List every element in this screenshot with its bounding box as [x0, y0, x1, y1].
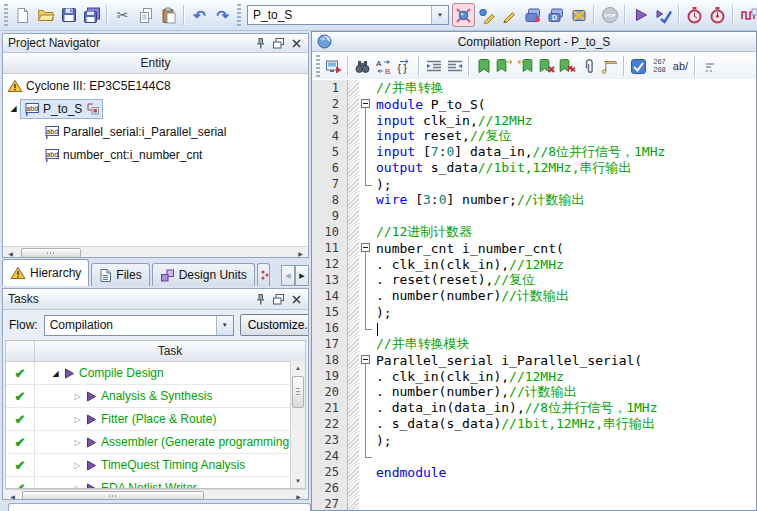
tcl-script-button[interactable] — [599, 55, 620, 77]
float-icon[interactable] — [271, 36, 285, 50]
assignment-editor-button[interactable] — [475, 3, 498, 27]
bookmark-clear-button[interactable] — [536, 55, 557, 77]
toolbar-grip[interactable] — [316, 55, 320, 77]
spell-check-button[interactable] — [628, 55, 649, 77]
ab-marker-button[interactable]: ab/ — [670, 55, 691, 77]
save-button[interactable] — [57, 3, 80, 27]
save-all-button[interactable] — [80, 3, 103, 27]
find-button[interactable] — [352, 55, 373, 77]
waveform-1-button[interactable] — [737, 3, 757, 27]
project-navigator-hscrollbar[interactable]: ◀ ▶ — [3, 246, 308, 258]
code-line[interactable]: 23); — [312, 432, 756, 448]
code-line[interactable]: 2module P_to_S( — [312, 96, 756, 112]
fold-toggle-icon[interactable] — [359, 352, 374, 368]
code-line[interactable]: 25endmodule — [312, 464, 756, 480]
code-line[interactable]: 15); — [312, 304, 756, 320]
timing-analyzer-button[interactable] — [706, 3, 729, 27]
code-line[interactable]: 26 — [312, 480, 756, 496]
tab-hierarchy[interactable]: Hierarchy — [2, 259, 89, 286]
task-row[interactable]: ✔◢Compile Design — [6, 362, 305, 385]
task-table-vscrollbar[interactable]: ▲ ▼ — [290, 361, 305, 488]
task-expander-icon[interactable]: ▷ — [71, 415, 84, 424]
bookmark-clear-all-button[interactable] — [557, 55, 578, 77]
fold-toggle-icon[interactable] — [359, 96, 374, 112]
tab-overflow-partial[interactable] — [257, 263, 270, 286]
code-line[interactable]: 20. number(number),//计数输出 — [312, 384, 756, 400]
cut-button[interactable]: ✂ — [111, 3, 134, 27]
pin-icon[interactable] — [253, 36, 267, 50]
task-table-hscrollbar[interactable]: ◀ ▶ — [5, 489, 306, 500]
outdent-button[interactable] — [444, 55, 465, 77]
device-stack-button[interactable] — [521, 3, 544, 27]
scrollbar-thumb[interactable] — [22, 491, 204, 500]
scrollbar-thumb[interactable] — [21, 248, 81, 258]
match-brace-button[interactable]: { } — [394, 55, 415, 77]
code-line[interactable]: 9 — [312, 208, 756, 224]
scroll-up-icon[interactable]: ▲ — [291, 361, 305, 375]
customize-button[interactable]: Customize... — [240, 314, 309, 336]
code-line[interactable]: 24 — [312, 448, 756, 464]
redo-button[interactable]: ↷ — [211, 3, 234, 27]
code-line[interactable]: 1//并串转换 — [312, 80, 756, 96]
scroll-left-icon[interactable]: ◀ — [5, 490, 20, 500]
copy-button[interactable] — [134, 3, 157, 27]
current-entity-combobox[interactable]: P_to_S ▼ — [247, 5, 449, 25]
code-line[interactable]: 4input reset,//复位 — [312, 128, 756, 144]
code-line[interactable]: 21. data_in(data_in),//8位并行信号，1MHz — [312, 400, 756, 416]
analysis-elaboration-button[interactable] — [452, 3, 475, 27]
attach-button[interactable] — [578, 55, 599, 77]
scroll-right-icon[interactable]: ▶ — [291, 490, 306, 500]
task-expander-icon[interactable]: ▷ — [71, 484, 84, 490]
task-expander-icon[interactable]: ▷ — [71, 392, 84, 401]
code-line[interactable]: 7); — [312, 176, 756, 192]
code-line[interactable]: 13. reset(reset),//复位 — [312, 272, 756, 288]
close-icon[interactable] — [289, 292, 303, 306]
combo-dropdown-icon[interactable]: ▼ — [431, 6, 448, 24]
combo-dropdown-icon[interactable]: ▼ — [216, 316, 233, 335]
code-editor[interactable]: 1//并串转换2module P_to_S(3input clk_in,//12… — [312, 79, 756, 510]
start-compilation-button[interactable] — [629, 3, 652, 27]
code-line[interactable]: 18Parallel_serial i_Parallel_serial( — [312, 352, 756, 368]
toolbar-grip[interactable] — [4, 4, 8, 26]
tab-scroll-left-button[interactable]: ◀ — [281, 265, 295, 286]
bookmark-next-button[interactable] — [494, 55, 515, 77]
code-line[interactable]: 11number_cnt i_number_cnt( — [312, 240, 756, 256]
scroll-down-icon[interactable]: ▼ — [291, 474, 305, 488]
device-stack-d-button[interactable]: D — [544, 3, 567, 27]
new-file-button[interactable] — [11, 3, 34, 27]
bookmark-prev-button[interactable] — [515, 55, 536, 77]
tab-files[interactable]: Files — [91, 263, 149, 286]
task-row[interactable]: ✔▷EDA Netlist Writer — [6, 477, 305, 489]
task-expander-icon[interactable]: ▷ — [71, 461, 84, 470]
float-icon[interactable] — [271, 292, 285, 306]
bookmark-toggle-button[interactable] — [473, 55, 494, 77]
fold-toggle-icon[interactable] — [359, 240, 374, 256]
tree-item[interactable]: ◢abdP_to_S — [3, 97, 308, 120]
start-analysis-button[interactable] — [652, 3, 675, 27]
partial-button[interactable] — [699, 55, 720, 77]
undo-button[interactable]: ↶ — [188, 3, 211, 27]
scroll-right-icon[interactable]: ▶ — [293, 247, 308, 258]
task-row[interactable]: ✔▷Fitter (Place & Route) — [6, 408, 305, 431]
pin-icon[interactable] — [253, 292, 267, 306]
replace-button[interactable]: AB — [373, 55, 394, 77]
flow-combobox[interactable]: Compilation ▼ — [44, 315, 234, 336]
line-count-button[interactable]: 267268 — [649, 55, 670, 77]
toolbar-grip[interactable] — [237, 4, 241, 26]
code-line[interactable]: 17//并串转换模块 — [312, 336, 756, 352]
tree-item[interactable]: abdnumber_cnt:i_number_cnt — [3, 143, 308, 166]
task-row[interactable]: ✔▷TimeQuest Timing Analysis — [6, 454, 305, 477]
open-file-button[interactable] — [34, 3, 57, 27]
task-row[interactable]: ✔▷Assembler (Generate programming file — [6, 431, 305, 454]
code-line[interactable]: 3input clk_in,//12MHz — [312, 112, 756, 128]
code-line[interactable]: 16 — [312, 320, 756, 336]
indent-button[interactable] — [423, 55, 444, 77]
code-line[interactable]: 19. clk_in(clk_in),//12MHz — [312, 368, 756, 384]
code-line[interactable]: 27 — [312, 496, 756, 510]
timequest-button[interactable] — [683, 3, 706, 27]
code-line[interactable]: 14. number(number)//计数输出 — [312, 288, 756, 304]
tab-scroll-right-button[interactable]: ▶ — [295, 265, 309, 286]
scroll-left-icon[interactable]: ◀ — [3, 247, 18, 258]
tree-item[interactable]: abdParallel_serial:i_Parallel_serial — [3, 120, 308, 143]
tree-item[interactable]: Cyclone III: EP3C5E144C8 — [3, 74, 308, 97]
